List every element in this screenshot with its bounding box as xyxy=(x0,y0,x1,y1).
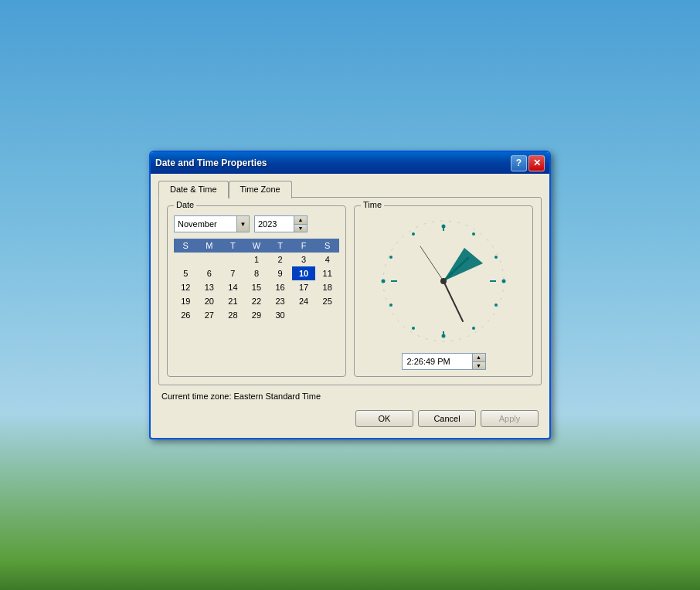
clock-face xyxy=(378,215,509,347)
bottom-buttons: OK Cancel Apply xyxy=(158,404,542,430)
calendar-day[interactable]: 20 xyxy=(198,294,222,308)
svg-point-9 xyxy=(494,303,498,307)
month-dropdown-button[interactable]: ▼ xyxy=(236,216,249,232)
calendar-week-4: 2627282930 xyxy=(174,308,339,322)
year-spin-up[interactable]: ▲ xyxy=(294,216,307,225)
tab-content: Date November ▼ ▲ ▼ xyxy=(158,197,542,385)
tab-timezone[interactable]: Time Zone xyxy=(229,181,292,198)
time-panel: Time xyxy=(354,205,533,377)
calendar-week-1: 567891011 xyxy=(174,266,339,280)
calendar-day[interactable]: 29 xyxy=(245,308,269,322)
ok-button[interactable]: OK xyxy=(355,410,413,427)
month-select-text: November xyxy=(175,218,236,230)
calendar-day[interactable]: 23 xyxy=(268,294,292,308)
date-time-dialog: Date and Time Properties ? ✕ Date & Time… xyxy=(149,151,551,439)
calendar-day xyxy=(292,308,316,322)
month-select-container[interactable]: November ▼ xyxy=(174,215,250,232)
calendar-day xyxy=(315,308,339,322)
calendar-day[interactable]: 17 xyxy=(292,280,316,294)
svg-point-10 xyxy=(472,327,475,330)
svg-point-14 xyxy=(382,280,386,283)
cal-header-sun: S xyxy=(174,239,198,253)
calendar-header-row: S M T W T F S xyxy=(174,239,339,253)
svg-line-21 xyxy=(420,246,443,281)
calendar-day[interactable]: 19 xyxy=(174,294,198,308)
svg-point-16 xyxy=(412,232,415,236)
calendar-day[interactable]: 27 xyxy=(198,308,222,322)
calendar-day xyxy=(174,253,198,266)
svg-point-13 xyxy=(389,303,392,307)
calendar-day[interactable]: 1 xyxy=(245,253,269,266)
help-button[interactable]: ? xyxy=(511,155,527,171)
calendar-day[interactable]: 26 xyxy=(174,308,198,322)
calendar-day[interactable]: 28 xyxy=(221,308,245,322)
svg-point-5 xyxy=(442,225,446,229)
svg-point-12 xyxy=(412,327,415,330)
calendar-day[interactable]: 8 xyxy=(245,266,269,280)
svg-point-6 xyxy=(472,232,475,236)
svg-point-15 xyxy=(389,256,392,259)
calendar-day[interactable]: 2 xyxy=(268,253,292,266)
calendar-day[interactable]: 30 xyxy=(268,308,292,322)
svg-point-22 xyxy=(440,278,447,284)
year-input[interactable] xyxy=(255,218,294,230)
panels-row: Date November ▼ ▲ ▼ xyxy=(167,205,533,377)
year-input-container: ▲ ▼ xyxy=(254,215,308,232)
time-spin-buttons: ▲ ▼ xyxy=(472,354,485,369)
cal-header-thu: T xyxy=(268,239,292,253)
calendar-day[interactable]: 13 xyxy=(198,280,222,294)
time-input[interactable] xyxy=(403,355,472,368)
calendar-day xyxy=(221,253,245,266)
cal-header-wed: W xyxy=(245,239,269,253)
calendar-day[interactable]: 25 xyxy=(315,294,339,308)
calendar-day[interactable]: 12 xyxy=(174,280,198,294)
calendar-day[interactable]: 5 xyxy=(174,266,198,280)
year-spin-down[interactable]: ▼ xyxy=(294,225,307,232)
title-bar: Date and Time Properties ? ✕ xyxy=(151,152,549,174)
cal-header-fri: F xyxy=(292,239,316,253)
svg-marker-20 xyxy=(443,248,483,281)
calendar-day[interactable]: 24 xyxy=(292,294,316,308)
svg-point-8 xyxy=(502,280,506,283)
calendar-day[interactable]: 10 xyxy=(292,266,316,280)
time-panel-label: Time xyxy=(361,200,384,209)
calendar-day[interactable]: 21 xyxy=(221,294,245,308)
time-spin-up[interactable]: ▲ xyxy=(473,354,485,362)
calendar-day[interactable]: 3 xyxy=(292,253,316,266)
calendar-day[interactable]: 7 xyxy=(221,266,245,280)
time-spin-down[interactable]: ▼ xyxy=(473,362,485,370)
year-spin-buttons: ▲ ▼ xyxy=(294,216,307,232)
tabs-row: Date & Time Time Zone xyxy=(158,180,542,198)
cal-header-mon: M xyxy=(198,239,222,253)
calendar-day[interactable]: 11 xyxy=(315,266,339,280)
month-year-row: November ▼ ▲ ▼ xyxy=(174,215,339,232)
time-input-row: ▲ ▼ xyxy=(402,353,486,370)
calendar-day xyxy=(198,253,222,266)
svg-line-18 xyxy=(443,281,463,321)
title-buttons: ? ✕ xyxy=(511,155,545,171)
close-button[interactable]: ✕ xyxy=(528,155,545,171)
calendar-day[interactable]: 15 xyxy=(245,280,269,294)
calendar-day[interactable]: 16 xyxy=(268,280,292,294)
calendar-day[interactable]: 6 xyxy=(198,266,222,280)
cancel-button[interactable]: Cancel xyxy=(418,410,476,427)
calendar-table: S M T W T F S 12345678910111213141516171… xyxy=(174,239,339,322)
calendar-day[interactable]: 9 xyxy=(268,266,292,280)
calendar-day[interactable]: 14 xyxy=(221,280,245,294)
tab-datetime[interactable]: Date & Time xyxy=(158,181,229,198)
calendar-day[interactable]: 4 xyxy=(315,253,339,266)
calendar-week-3: 19202122232425 xyxy=(174,294,339,308)
svg-point-7 xyxy=(494,256,498,259)
cal-header-sat: S xyxy=(315,239,339,253)
calendar-day[interactable]: 22 xyxy=(245,294,269,308)
timezone-label: Current time zone: Eastern Standard Time xyxy=(161,392,321,401)
calendar-week-0: 1234 xyxy=(174,253,339,266)
apply-button[interactable]: Apply xyxy=(481,410,539,427)
calendar-day[interactable]: 18 xyxy=(315,280,339,294)
calendar-body: 1234567891011121314151617181920212223242… xyxy=(174,253,339,322)
timezone-row: Current time zone: Eastern Standard Time xyxy=(158,385,542,404)
cal-header-tue: T xyxy=(221,239,245,253)
date-panel-label: Date xyxy=(174,200,196,209)
clock-container: ▲ ▼ xyxy=(361,215,526,370)
dialog-body: Date & Time Time Zone Date November ▼ xyxy=(151,174,549,438)
